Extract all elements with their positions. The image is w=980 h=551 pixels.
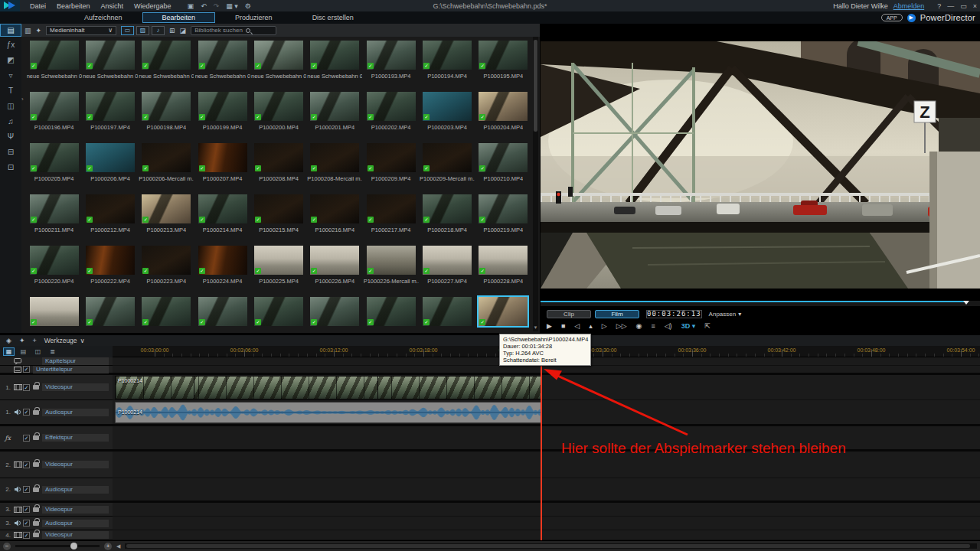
media-item[interactable]: ✓P1000215.MP4 xyxy=(250,192,306,243)
media-viewer-button[interactable]: ≡ xyxy=(651,322,655,330)
media-thumbnail[interactable]: ✓ xyxy=(479,194,528,223)
media-thumbnail[interactable]: ✓ xyxy=(198,92,247,121)
stop-button[interactable]: ■ xyxy=(561,322,565,330)
tab-aufzeichnen[interactable]: Aufzeichnen xyxy=(64,12,142,23)
preview-seekbar[interactable] xyxy=(541,301,980,306)
seek-button[interactable]: ▴ xyxy=(589,322,593,330)
media-thumbnail[interactable]: ✓ xyxy=(142,41,191,70)
media-item[interactable]: ✓P1000212.MP4 xyxy=(82,192,138,243)
media-item[interactable]: ✓ xyxy=(26,295,82,330)
storyboard-view-icon[interactable]: ▤ xyxy=(18,347,29,356)
track-height-icon[interactable]: ≣ xyxy=(47,347,58,356)
media-item[interactable]: ✓ xyxy=(363,295,419,330)
timeline-view-icon[interactable]: ▦ xyxy=(3,347,15,356)
restore-button[interactable]: ▭ xyxy=(960,2,967,10)
media-item[interactable]: ✓ xyxy=(419,295,475,330)
film-mode-button[interactable]: Film xyxy=(595,310,639,318)
media-item[interactable]: ✓P1000195.MP4 xyxy=(475,38,531,90)
media-thumbnail[interactable]: ✓ xyxy=(479,41,528,70)
media-thumbnail[interactable]: ✓ xyxy=(86,143,135,172)
media-thumbnail[interactable]: ✓ xyxy=(367,246,416,275)
track-lock-icon[interactable] xyxy=(33,435,39,440)
media-thumbnail[interactable]: ✓ xyxy=(198,297,247,326)
detail-view-icon[interactable]: ◪ xyxy=(180,27,187,34)
media-thumbnail[interactable]: ✓ xyxy=(142,143,191,172)
track-lock-icon[interactable] xyxy=(33,410,39,415)
media-thumbnail[interactable]: ✓ xyxy=(30,143,79,172)
timeline-audio-clip[interactable]: P1000214 xyxy=(115,402,541,423)
media-thumbnail[interactable]: ✓ xyxy=(254,194,303,223)
media-item[interactable]: ✓P1000203.MP4 xyxy=(419,90,475,141)
zoom-out-button[interactable]: − xyxy=(3,543,11,550)
media-thumbnail[interactable]: ✓ xyxy=(367,297,416,326)
media-thumbnail[interactable]: ✓ xyxy=(198,41,247,70)
media-thumbnail[interactable]: ✓ xyxy=(367,92,416,121)
zoom-in-button[interactable]: + xyxy=(104,543,112,550)
track-lock-icon[interactable] xyxy=(33,507,39,512)
track-enable-checkbox[interactable]: ✓ xyxy=(23,461,30,468)
track-lock-icon[interactable] xyxy=(33,385,39,390)
play-button[interactable]: ▶ xyxy=(547,322,552,330)
timeline-video-clip[interactable]: P1000214 xyxy=(115,376,541,399)
media-thumbnail[interactable]: ✓ xyxy=(479,92,528,121)
track-lock-icon[interactable] xyxy=(33,521,39,526)
media-item[interactable]: ✓P1000206.MP4 xyxy=(82,141,138,192)
track-enable-checkbox[interactable]: ✓ xyxy=(23,409,30,416)
video-filter-icon[interactable]: ▭ xyxy=(121,26,134,35)
media-item[interactable]: ✓P1000223.MP4 xyxy=(139,243,194,295)
media-thumbnail[interactable]: ✓ xyxy=(479,297,528,326)
media-thumbnail[interactable]: ✓ xyxy=(254,143,303,172)
media-item[interactable]: ✓P1000214.MP4 xyxy=(194,192,250,243)
media-item[interactable]: ✓P1000208-Mercall m... xyxy=(307,141,363,192)
media-item[interactable]: ✓P1000201.MP4 xyxy=(307,90,363,141)
seek-knob[interactable] xyxy=(963,301,969,305)
track-manager-icon[interactable]: ◈ xyxy=(6,337,11,344)
music-filter-icon[interactable]: ♪ xyxy=(152,26,165,35)
media-item[interactable]: ✓neue Schwebebahn 0... xyxy=(26,38,82,90)
media-item[interactable]: ✓P1000227.MP4 xyxy=(419,243,475,295)
media-item[interactable]: ✓P1000213.MP4 xyxy=(139,192,194,243)
media-item[interactable]: ✓P1000209-Mercall m... xyxy=(419,141,475,192)
media-item[interactable]: ✓P1000204.MP4 xyxy=(475,90,531,141)
media-item[interactable]: ✓P1000206-Mercall m... xyxy=(139,141,194,192)
media-thumbnail[interactable]: ✓ xyxy=(198,143,247,172)
track-lock-icon[interactable] xyxy=(33,462,39,467)
timecode-display[interactable]: 00:03:26:13 xyxy=(646,310,702,318)
tab-bearbeiten[interactable]: Bearbeiten xyxy=(142,12,216,23)
media-thumbnail[interactable]: ✓ xyxy=(367,41,416,70)
track-enable-checkbox[interactable]: ✓ xyxy=(23,366,30,373)
photo-filter-icon[interactable]: ▨ xyxy=(136,26,149,35)
track-lane[interactable] xyxy=(113,503,980,517)
fit-dropdown[interactable]: Anpassen▾ xyxy=(709,311,742,318)
tab-disc-erstellen[interactable]: Disc erstellen xyxy=(292,12,374,23)
media-thumbnail[interactable]: ✓ xyxy=(198,194,247,223)
track-enable-checkbox[interactable]: ✓ xyxy=(23,384,30,391)
media-item[interactable]: ✓P1000199.MP4 xyxy=(194,90,250,141)
media-thumbnail[interactable]: ✓ xyxy=(30,194,79,223)
media-item[interactable]: ✓P1000205.MP4 xyxy=(26,141,82,192)
media-item[interactable]: ✓ xyxy=(139,295,194,330)
scroll-down-arrow-icon[interactable]: ▼ xyxy=(533,324,538,331)
track-lane[interactable] xyxy=(113,517,980,530)
chapter-room-icon[interactable]: ⊟ xyxy=(0,144,21,159)
media-thumbnail[interactable]: ✓ xyxy=(479,246,528,275)
panel-splitter-handle[interactable]: › xyxy=(21,90,26,107)
menu-datei[interactable]: Datei xyxy=(24,2,51,10)
media-thumbnail[interactable]: ✓ xyxy=(423,194,472,223)
scroll-left-arrow-icon[interactable]: ◀ xyxy=(116,543,120,549)
media-thumbnail[interactable]: ✓ xyxy=(30,297,79,326)
track-lane[interactable] xyxy=(113,530,980,540)
media-item[interactable]: ✓ xyxy=(250,295,306,330)
3d-button[interactable]: 3D ▾ xyxy=(681,322,696,330)
media-thumbnail[interactable]: ✓ xyxy=(86,246,135,275)
media-item[interactable]: ✓P1000210.MP4 xyxy=(475,141,531,192)
media-item[interactable]: ✓P1000219.MP4 xyxy=(475,192,531,243)
media-thumbnail[interactable]: ✓ xyxy=(142,246,191,275)
media-thumbnail[interactable]: ✓ xyxy=(423,41,472,70)
media-thumbnail[interactable]: ✓ xyxy=(254,297,303,326)
media-item[interactable]: ✓P1000222.MP4 xyxy=(82,243,138,295)
media-thumbnail[interactable]: ✓ xyxy=(423,246,472,275)
previous-frame-button[interactable]: ◁ xyxy=(574,322,580,330)
logout-link[interactable]: Abmelden xyxy=(893,2,925,10)
media-item[interactable]: ✓P1000198.MP4 xyxy=(139,90,194,141)
